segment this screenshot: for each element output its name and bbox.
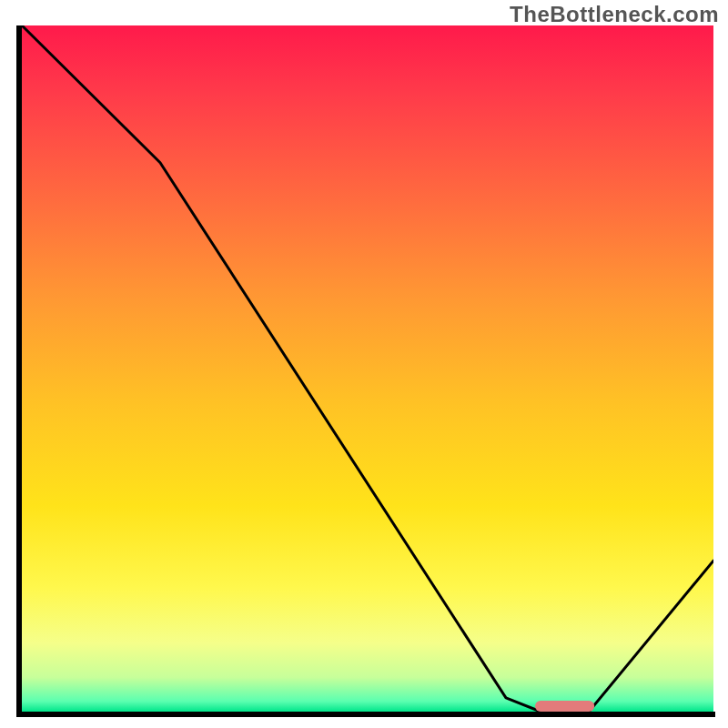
- watermark-text: TheBottleneck.com: [510, 2, 719, 27]
- plot-area: [22, 25, 713, 712]
- bottleneck-chart: TheBottleneck.com: [0, 0, 728, 728]
- optimal-marker: [22, 25, 713, 712]
